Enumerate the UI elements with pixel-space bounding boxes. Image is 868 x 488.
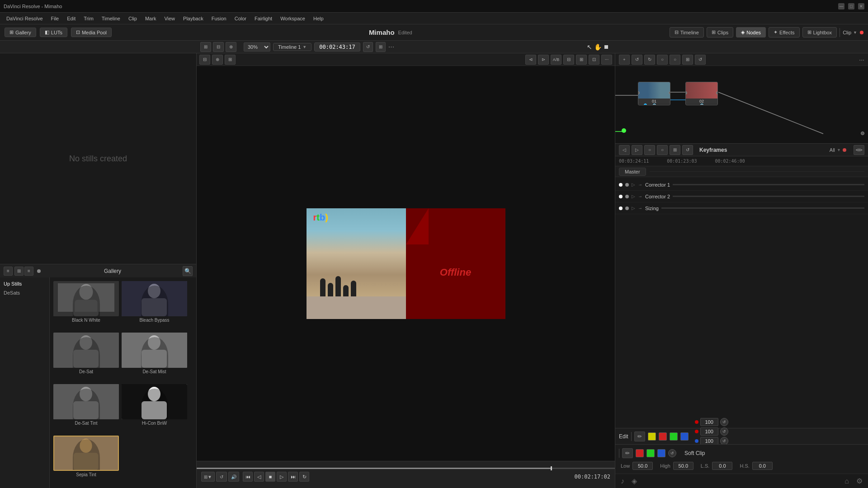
cursor-tool[interactable]: ↖ bbox=[587, 43, 592, 51]
menu-view[interactable]: View bbox=[160, 15, 179, 22]
zoom-select[interactable]: 30% 50% 100% bbox=[244, 42, 270, 52]
menu-timeline[interactable]: Timeline bbox=[98, 15, 124, 22]
chip-b-button[interactable] bbox=[680, 432, 689, 441]
edit-pencil-btn[interactable]: ✏ bbox=[634, 432, 645, 441]
menu-trim[interactable]: Trim bbox=[80, 15, 97, 22]
menu-workspace[interactable]: Workspace bbox=[277, 15, 309, 22]
sc-hs-value[interactable]: 0.0 bbox=[752, 462, 773, 470]
viewer-grab-btn[interactable]: ⊞ bbox=[576, 55, 587, 65]
soft-clip-reset-btn[interactable]: ↺ bbox=[668, 449, 676, 457]
soft-clip-chip-r[interactable] bbox=[636, 449, 644, 457]
stop-button[interactable]: ■ bbox=[265, 472, 275, 482]
kf-mode-btn[interactable]: ⊲⊳ bbox=[854, 145, 864, 155]
value-display-2[interactable]: 100 bbox=[700, 427, 718, 436]
chip-g-button[interactable] bbox=[670, 432, 678, 441]
thumb-hi-con-bnw[interactable]: Hi-Con BnW bbox=[122, 384, 187, 433]
menu-clip[interactable]: Clip bbox=[125, 15, 141, 22]
music-icon[interactable]: ♪ bbox=[621, 477, 624, 485]
node-add-btn[interactable]: + bbox=[619, 55, 630, 65]
step-back-button[interactable]: ◁ bbox=[254, 472, 264, 482]
close-button[interactable]: ✕ bbox=[858, 3, 864, 9]
clip-selector[interactable]: Clip ▼ bbox=[843, 30, 857, 35]
node-more-btn[interactable]: ··· bbox=[859, 56, 864, 63]
kf-reset-btn[interactable]: ○ bbox=[644, 145, 655, 155]
thumb-de-sat[interactable]: De-Sat bbox=[53, 333, 119, 381]
timeline-tab-button[interactable]: ⊟ Timeline bbox=[670, 27, 704, 38]
viewer-audio-btn[interactable]: 🔊 bbox=[228, 472, 239, 482]
viewer-flag-btn[interactable]: ⊡ bbox=[589, 55, 599, 65]
playback-bar[interactable] bbox=[197, 468, 615, 469]
go-to-start-button[interactable]: ⏮ bbox=[243, 472, 253, 482]
viewer-icon-flag[interactable]: ⊟ bbox=[199, 55, 210, 65]
node-expand-btn[interactable]: ⊞ bbox=[682, 55, 693, 65]
menu-file[interactable]: File bbox=[47, 15, 63, 22]
node-reset-btn[interactable]: ○ bbox=[657, 55, 668, 65]
viewer-btn-flag[interactable]: ⊞ bbox=[200, 42, 211, 52]
gallery-cat-upstills[interactable]: Up Stills bbox=[0, 279, 49, 288]
viewer-next-frame[interactable]: ⊳ bbox=[538, 55, 549, 65]
gallery-search-button[interactable]: 🔍 bbox=[183, 266, 193, 276]
node-refresh-btn[interactable]: ↺ bbox=[695, 55, 706, 65]
viewer-icon-sync[interactable]: ⊕ bbox=[212, 55, 223, 65]
luts-button[interactable]: ◧ LUTs bbox=[40, 28, 67, 37]
sc-high-value[interactable]: 50.0 bbox=[673, 462, 693, 470]
kf-prev-btn[interactable]: ◁ bbox=[619, 145, 630, 155]
thumb-bleach-bypass[interactable]: Bleach Bypass bbox=[122, 281, 187, 330]
gallery-button[interactable]: ⊞ Gallery bbox=[5, 28, 36, 37]
node-2[interactable]: 02 bbox=[685, 82, 718, 105]
gallery-cat-desats[interactable]: DeSats bbox=[0, 288, 49, 297]
nodes-tab-button[interactable]: ◈ Nodes bbox=[736, 27, 766, 38]
node-redo-btn[interactable]: ↻ bbox=[644, 55, 655, 65]
loop-button[interactable]: ↻ bbox=[299, 472, 309, 482]
minimize-button[interactable]: — bbox=[838, 3, 844, 9]
thumb-sepia-tint[interactable]: Sepia Tint bbox=[53, 436, 119, 484]
soft-clip-chip-g[interactable] bbox=[646, 449, 655, 457]
sc-low-value[interactable]: 50.0 bbox=[632, 462, 653, 470]
thumb-de-sat-tint[interactable]: De-Sat Tint bbox=[53, 384, 119, 433]
viewer-btn-compare[interactable]: ⊟ bbox=[213, 42, 224, 52]
thumb-de-sat-mist[interactable]: De-Sat Mist bbox=[122, 333, 187, 381]
kf-add-btn[interactable]: ○ bbox=[657, 145, 668, 155]
settings-icon[interactable]: ⚙ bbox=[856, 477, 863, 485]
sc-ls-value[interactable]: 0.0 bbox=[712, 462, 732, 470]
more-options-button[interactable]: ··· bbox=[388, 43, 394, 51]
reset-btn-2[interactable]: ↺ bbox=[720, 427, 728, 436]
menu-fairlight[interactable]: Fairlight bbox=[251, 15, 276, 22]
home-icon[interactable]: ⌂ bbox=[844, 477, 849, 485]
value-display-1[interactable]: 100 bbox=[700, 418, 718, 426]
kf-more-btn[interactable]: ⊲⊳ bbox=[854, 145, 864, 155]
soft-clip-chip-b[interactable] bbox=[657, 449, 665, 457]
menu-help[interactable]: Help bbox=[310, 15, 327, 22]
viewer-ab-btn[interactable]: A/B bbox=[551, 55, 561, 65]
fullscreen-button[interactable]: ⊞ bbox=[376, 42, 386, 52]
viewer-icon-scope[interactable]: ⊞ bbox=[225, 55, 236, 65]
kf-expand-btn[interactable]: ⊞ bbox=[670, 145, 680, 155]
hand-tool[interactable]: ✋ bbox=[594, 43, 602, 51]
maximize-button[interactable]: □ bbox=[848, 3, 854, 9]
chip-y-button[interactable] bbox=[648, 432, 656, 441]
viewer-split-btn[interactable]: ⊟ bbox=[563, 55, 574, 65]
menu-fusion[interactable]: Fusion bbox=[208, 15, 230, 22]
menu-davinci[interactable]: DaVinci Resolve bbox=[3, 15, 47, 22]
kf-next-btn[interactable]: ▷ bbox=[632, 145, 642, 155]
menu-playback[interactable]: Playback bbox=[179, 15, 207, 22]
menu-edit[interactable]: Edit bbox=[63, 15, 79, 22]
chip-r-button[interactable] bbox=[659, 432, 667, 441]
gallery-list-view-button[interactable]: ≡ bbox=[24, 267, 33, 276]
viewer-sync-btn[interactable]: ↺ bbox=[216, 472, 227, 482]
play-button[interactable]: ▷ bbox=[277, 472, 287, 482]
gallery-grid-view-button[interactable]: ⊞ bbox=[14, 267, 24, 276]
viewer-btn-transform[interactable]: ⊕ bbox=[226, 42, 236, 52]
media-pool-button[interactable]: ⊡ Media Pool bbox=[71, 28, 112, 37]
node-undo-btn[interactable]: ↺ bbox=[632, 55, 642, 65]
lightbox-tab-button[interactable]: ⊞ Lightbox bbox=[802, 27, 837, 38]
nav-icon[interactable]: ◈ bbox=[632, 477, 637, 485]
thumb-black-n-white[interactable]: Black N White bbox=[53, 281, 119, 330]
clips-tab-button[interactable]: ⊞ Clips bbox=[707, 27, 733, 38]
refresh-button[interactable]: ↺ bbox=[363, 42, 373, 52]
kf-refresh-btn[interactable]: ↺ bbox=[682, 145, 693, 155]
viewer-more-btn[interactable]: ··· bbox=[601, 55, 612, 65]
node-1[interactable]: 01 bbox=[638, 82, 670, 105]
reset-btn-1[interactable]: ↺ bbox=[720, 418, 728, 426]
gallery-sort-button[interactable]: ≡ bbox=[4, 267, 13, 276]
